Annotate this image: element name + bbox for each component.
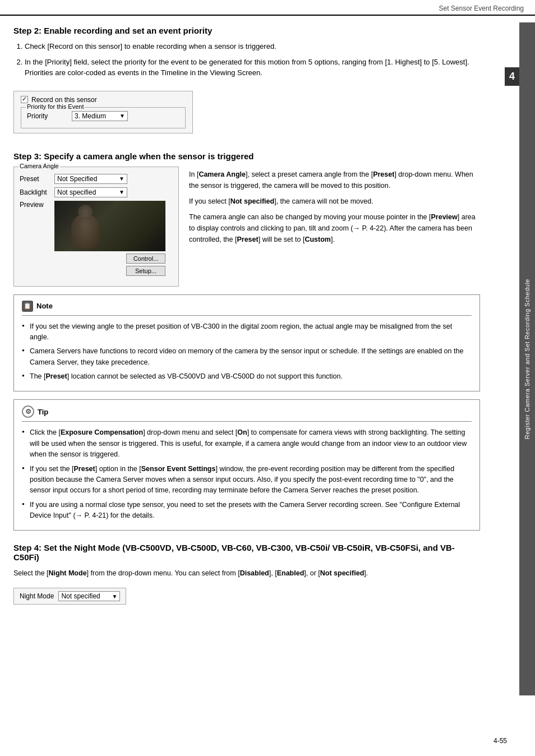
night-mode-arrow: ▼	[112, 593, 117, 600]
step2-list: Check [Record on this sensor] to enable …	[25, 41, 480, 79]
camera-angle-section: Camera Angle Preset Not Specified ▼ Back…	[13, 167, 480, 287]
priority-group-label: Priority for this Event	[26, 103, 85, 110]
note-item-3: The [Preset] location cannot be selected…	[22, 371, 472, 382]
record-sensor-label: Record on this sensor	[31, 96, 97, 104]
page-header: Set Sensor Event Recording	[0, 0, 535, 16]
preset-arrow: ▼	[119, 176, 124, 182]
step3-section: Step 3: Specify a camera angle when the …	[13, 151, 480, 531]
step3-title: Step 3: Specify a camera angle when the …	[13, 151, 480, 161]
priority-select[interactable]: 3. Medium ▼	[72, 111, 128, 121]
tip-box: ⚙ Tip Click the [Exposure Compensation] …	[13, 399, 480, 531]
cam-desc-preset: Preset	[373, 170, 394, 178]
control-button[interactable]: Control...	[126, 253, 165, 264]
tip-on: On	[237, 428, 247, 436]
preset-label: Preset	[20, 175, 54, 183]
preview-area[interactable]	[54, 201, 165, 251]
note-item-2: Camera Servers have functions to record …	[22, 346, 472, 368]
step4-section: Step 4: Set the Night Mode (VB-C500VD, V…	[13, 543, 480, 605]
priority-group-box: Priority for this Event Priority 3. Medi…	[21, 107, 186, 128]
backlight-value: Not specified	[57, 188, 96, 196]
preset-value: Not Specified	[57, 175, 97, 183]
main-content: Step 2: Enable recording and set an even…	[0, 16, 494, 627]
backlight-row: Backlight Not specified ▼	[20, 187, 173, 197]
step2-item2: In the [Priority] field, select the prio…	[25, 57, 480, 79]
tip-sensor-event: Sensor Event Settings	[141, 465, 216, 473]
note-preset-bold: Preset	[46, 372, 67, 380]
preset-row: Preset Not Specified ▼	[20, 174, 173, 184]
cam-desc-preview: Preview	[431, 213, 458, 221]
record-sensor-row: Record on this sensor	[21, 96, 186, 104]
preview-image	[54, 201, 165, 251]
tip-divider	[22, 421, 472, 422]
tip-title: ⚙ Tip	[22, 405, 472, 418]
sidebar-text: Register Camera Server and Set Recording…	[524, 279, 531, 439]
cam-desc-3: The camera angle can also be changed by …	[189, 211, 480, 245]
backlight-arrow: ▼	[119, 189, 124, 195]
tip-item-3: If you are using a normal close type sen…	[22, 500, 472, 522]
step4-title: Step 4: Set the Night Mode (VB-C500VD, V…	[13, 543, 480, 562]
night-mode-select[interactable]: Not specified ▼	[58, 591, 120, 601]
backlight-select[interactable]: Not specified ▼	[54, 187, 127, 197]
note-icon: 📋	[22, 301, 33, 312]
step2-item1: Check [Record on this sensor] to enable …	[25, 41, 480, 52]
header-title: Set Sensor Event Recording	[439, 4, 524, 12]
note-box: 📋 Note If you set the viewing angle to t…	[13, 294, 480, 392]
night-mode-ui: Night Mode Not specified ▼	[13, 588, 126, 605]
cam-desc-custom: Custom	[305, 236, 331, 243]
priority-select-arrow: ▼	[119, 113, 125, 119]
night-mode-value: Not specified	[61, 592, 100, 600]
night-mode-label: Night Mode	[20, 592, 54, 600]
tip-icon: ⚙	[22, 405, 34, 418]
record-sensor-checkbox[interactable]	[21, 96, 28, 103]
note-divider	[22, 315, 472, 316]
priority-value: 3. Medium	[75, 112, 106, 120]
camera-angle-rows: Preset Not Specified ▼ Backlight Not spe…	[20, 174, 173, 278]
step4-disabled: Disabled	[240, 569, 269, 577]
cam-desc-2: If you select [Not specified], the camer…	[189, 196, 480, 207]
right-sidebar: Register Camera Server and Set Recording…	[519, 22, 535, 695]
chapter-number: 4	[505, 67, 519, 86]
camera-angle-box: Camera Angle Preset Not Specified ▼ Back…	[13, 167, 179, 287]
priority-row: Priority 3. Medium ▼	[27, 111, 179, 121]
step4-enabled: Enabled	[277, 569, 305, 577]
cam-desc-camera-angle: Camera Angle	[199, 170, 246, 178]
step4-not-specified: Not specified	[320, 569, 365, 577]
tip-exposure: Exposure Compensation	[61, 428, 143, 436]
preview-buttons: Control... Setup...	[54, 253, 165, 278]
step4-description: Select the [Night Mode] from the drop-do…	[13, 568, 480, 579]
page-number: 4-55	[494, 737, 507, 745]
preview-row: Preview Control... Setup...	[20, 201, 173, 278]
tip-list: Click the [Exposure Compensation] drop-d…	[22, 427, 472, 521]
step2-title: Step 2: Enable recording and set an even…	[13, 26, 480, 35]
tip-label: Tip	[38, 408, 48, 416]
note-label: Note	[36, 302, 53, 310]
preview-label: Preview	[20, 201, 54, 209]
preset-select[interactable]: Not Specified ▼	[54, 174, 127, 184]
backlight-label: Backlight	[20, 188, 54, 196]
preview-person	[71, 215, 99, 248]
step2-ui-box: Record on this sensor Priority for this …	[13, 91, 193, 133]
setup-button[interactable]: Setup...	[126, 266, 165, 276]
tip-preset: Preset	[74, 465, 95, 473]
cam-desc-1: In [Camera Angle], select a preset camer…	[189, 169, 480, 191]
note-list: If you set the viewing angle to the pres…	[22, 321, 472, 382]
priority-label: Priority	[27, 112, 72, 120]
camera-angle-description: In [Camera Angle], select a preset camer…	[189, 167, 480, 287]
step4-night-mode-bold: Night Mode	[49, 569, 87, 577]
cam-desc-not-specified: Not specified	[230, 197, 275, 205]
note-title: 📋 Note	[22, 301, 472, 312]
step2-section: Step 2: Enable recording and set an even…	[13, 26, 480, 139]
tip-item-1: Click the [Exposure Compensation] drop-d…	[22, 427, 472, 460]
tip-item-2: If you set the [Preset] option in the [S…	[22, 464, 472, 496]
preview-controls: Control... Setup...	[54, 201, 165, 278]
camera-angle-label: Camera Angle	[19, 163, 60, 169]
note-item-1: If you set the viewing angle to the pres…	[22, 321, 472, 343]
cam-desc-preset2: Preset	[237, 236, 258, 243]
